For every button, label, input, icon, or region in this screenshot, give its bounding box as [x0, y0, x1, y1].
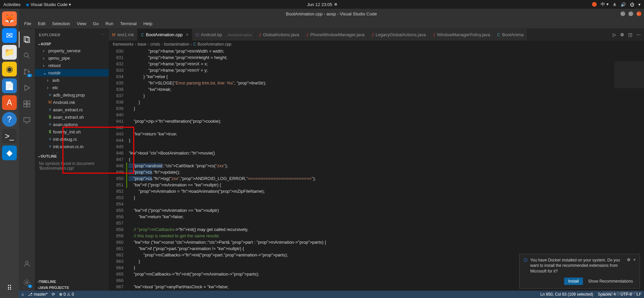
eol[interactable]: LF — [637, 292, 641, 297]
tab[interactable]: JPhoneWindowManager.java — [303, 29, 368, 41]
tree-folder[interactable]: ›etc — [35, 84, 109, 91]
tab[interactable]: CBootAnimation.cpp× — [138, 29, 192, 41]
close-icon[interactable]: × — [186, 32, 189, 37]
notification-dot-icon — [334, 3, 337, 6]
tree-file[interactable]: ≡asan_extract.rc — [35, 106, 109, 113]
window-title: BootAnimation.cpp - aosp - Visual Studio… — [286, 11, 377, 16]
window-minimize-button[interactable]: − — [621, 11, 625, 16]
tab[interactable]: JGlobalActions.java — [256, 29, 303, 41]
status-bar: ⌂ ⎇ master* ⟳ ⊗ 0 ⚠ 0 Ln 850, Col 63 (10… — [19, 291, 644, 298]
chevron-icon: › — [47, 85, 52, 90]
dock-help[interactable]: ? — [2, 112, 17, 127]
update-indicator-icon[interactable] — [592, 2, 597, 7]
sidebar-more-icon[interactable]: ⋯ — [101, 33, 105, 37]
window-close-button[interactable]: × — [637, 11, 641, 16]
dock-thunderbird[interactable]: ✉ — [2, 28, 17, 43]
tree-file[interactable]: ≡asan.options — [35, 121, 109, 128]
activity-settings[interactable]: 1 — [19, 275, 35, 291]
filetype-icon: C — [141, 33, 144, 37]
tab[interactable]: JLegacyGlobalActions.java — [368, 29, 430, 41]
git-branch[interactable]: ⎇ master* — [28, 292, 48, 297]
problems[interactable]: ⊗ 0 ⚠ 0 — [59, 292, 74, 297]
cursor-position[interactable]: Ln 850, Col 63 (109 selected) — [540, 292, 593, 297]
clock[interactable]: Jun 12 23:05 — [307, 2, 332, 7]
menu-go[interactable]: Go — [90, 20, 101, 27]
tab[interactable]: CBootAnima — [494, 29, 527, 41]
outline-head[interactable]: ⌄ OUTLINE — [35, 153, 109, 159]
menu-run[interactable]: Run — [103, 20, 116, 27]
svg-point-6 — [28, 71, 30, 72]
dock-vscode[interactable]: ◆ — [2, 145, 17, 160]
tree-file[interactable]: ≡init-debug.rc — [35, 135, 109, 143]
indentation[interactable]: Spaces: 4 — [598, 292, 616, 297]
tree-file[interactable]: ≡init.rc — [35, 150, 109, 153]
activity-extensions[interactable] — [19, 96, 35, 112]
ime-indicator[interactable]: 中 ▾ — [601, 1, 609, 7]
menu-help[interactable]: Help — [141, 20, 155, 27]
tab[interactable]: JWindowManagerPolicy.java — [430, 29, 494, 41]
encoding[interactable]: UTF-8 — [621, 292, 632, 297]
volume-icon[interactable]: 🔊 — [621, 2, 626, 7]
activity-bar: ⊙ 1 — [19, 29, 35, 291]
tree-file[interactable]: $fsverity_init.sh — [35, 128, 109, 135]
show-recommendations-button[interactable]: Show Recommendations — [586, 278, 636, 285]
dock-terminal[interactable]: >_ — [2, 129, 17, 143]
debug-icon[interactable]: ⚙ — [620, 32, 624, 37]
dock-firefox[interactable]: 🦊 — [2, 11, 17, 26]
activity-source-control[interactable]: ⊙ — [19, 64, 35, 80]
dock-ubuntu-software[interactable]: A — [2, 95, 17, 110]
app-menu[interactable]: ◆ Visual Studio Code ▾ — [26, 2, 71, 7]
run-icon[interactable]: ▷ — [613, 32, 616, 37]
tree-file[interactable]: ≡init.environ.rc.in — [35, 143, 109, 150]
activity-run-debug[interactable] — [19, 80, 35, 96]
dock-files[interactable]: 📁 — [2, 45, 17, 60]
svg-line-3 — [28, 57, 30, 58]
tree-folder[interactable]: ›avb — [35, 76, 109, 84]
more-icon[interactable]: ⋯ — [636, 32, 641, 37]
window-maximize-button[interactable]: □ — [629, 11, 633, 16]
split-icon[interactable]: ◫ — [628, 32, 632, 37]
git-sync[interactable]: ⟳ — [52, 292, 55, 297]
menu-file[interactable]: File — [21, 20, 34, 27]
activity-remote[interactable] — [19, 112, 35, 128]
line-gutter: 8308318328338348358368378388398408418428… — [109, 48, 129, 291]
tab[interactable]: ⬡Android.bp.../bootanimation — [192, 29, 256, 41]
filetype-icon: C — [497, 33, 500, 37]
tree-folder[interactable]: ›property_service — [35, 47, 109, 54]
remote-indicator[interactable]: ⌂ — [21, 292, 24, 297]
chevron-icon: › — [43, 48, 48, 53]
tree-file[interactable]: MAndroid.mk — [35, 99, 109, 106]
filetype-icon: J — [433, 33, 435, 37]
breadcrumbs[interactable]: frameworks› base› cmds› bootanimation› C… — [109, 41, 644, 48]
power-icon[interactable]: ⏻ — [630, 2, 634, 7]
chevron-down-icon[interactable]: ▾ — [638, 2, 641, 7]
activity-search[interactable] — [19, 48, 35, 64]
menubar: File Edit Selection View Go Run Terminal… — [19, 19, 644, 29]
gear-icon[interactable]: ⚙ — [627, 257, 631, 262]
menu-edit[interactable]: Edit — [35, 20, 48, 27]
tab[interactable]: Mtest1.mk — [109, 29, 138, 41]
file-icon: ≡ — [47, 122, 53, 127]
tree-folder[interactable]: ⌄rootdir — [35, 69, 109, 76]
close-icon[interactable]: × — [633, 257, 636, 262]
menu-selection[interactable]: Selection — [49, 20, 72, 27]
install-button[interactable]: Install — [564, 278, 583, 285]
timeline-head[interactable]: › TIMELINE — [35, 279, 109, 285]
tree-file[interactable]: ≡adb_debug.prop — [35, 91, 109, 99]
activity-explorer[interactable] — [19, 32, 35, 48]
dock-rhythmbox[interactable]: ◉ — [2, 62, 17, 76]
dock-libreoffice-writer[interactable]: 📄 — [2, 78, 17, 93]
dock-show-apps[interactable]: ⠿ — [2, 281, 17, 295]
menu-terminal[interactable]: Terminal — [117, 20, 139, 27]
tree-folder[interactable]: ›reboot — [35, 62, 109, 69]
network-icon[interactable]: ⋔ — [613, 2, 616, 7]
activity-accounts[interactable] — [19, 256, 35, 272]
activities-button[interactable]: Activities — [3, 2, 20, 7]
java-projects-head[interactable]: › JAVA PROJECTS — [35, 285, 109, 291]
project-head[interactable]: ⌄ AOSP — [35, 41, 109, 47]
chevron-icon: › — [43, 63, 48, 68]
minimap-slider[interactable] — [614, 61, 644, 88]
tree-folder[interactable]: ›qemu_pipe — [35, 54, 109, 62]
tree-file[interactable]: $asan_extract.sh — [35, 113, 109, 121]
menu-view[interactable]: View — [74, 20, 89, 27]
